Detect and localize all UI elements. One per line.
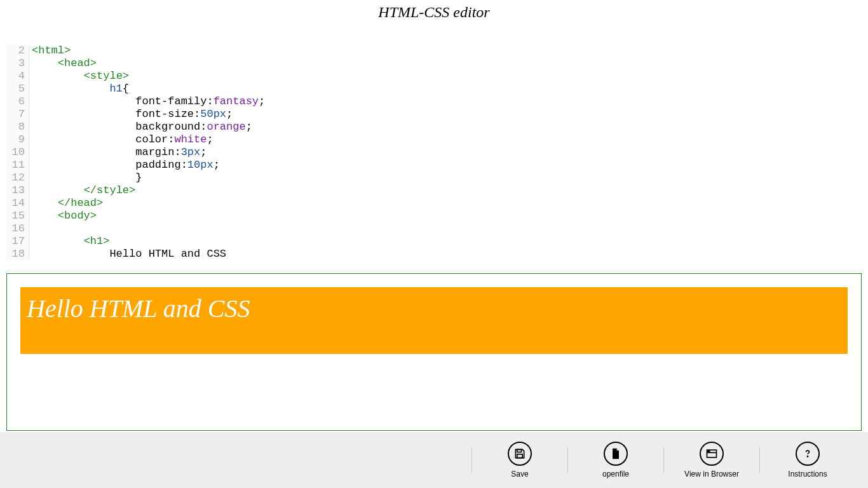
preview-heading: Hello HTML and CSS — [20, 287, 848, 354]
save-button[interactable]: Save — [472, 438, 567, 482]
code-editor[interactable]: 23456789101112131415161718 <html> <head>… — [6, 44, 862, 267]
svg-rect-4 — [708, 451, 710, 452]
svg-rect-0 — [517, 449, 522, 452]
file-icon — [604, 442, 628, 466]
preview-pane: Hello HTML and CSS — [6, 273, 862, 431]
openfile-label: openfile — [602, 470, 629, 478]
app-bar: Save openfile View in Browser Instructio… — [0, 432, 868, 488]
line-number-gutter: 23456789101112131415161718 — [6, 44, 29, 261]
page-title: HTML-CSS editor — [0, 0, 868, 26]
code-content[interactable]: <html> <head> <style> h1{ font-family:fa… — [29, 44, 265, 261]
help-icon — [796, 442, 820, 466]
svg-rect-1 — [517, 454, 522, 458]
view-in-browser-button[interactable]: View in Browser — [664, 438, 759, 482]
instructions-label: Instructions — [788, 470, 827, 478]
save-label: Save — [511, 470, 528, 478]
openfile-button[interactable]: openfile — [568, 438, 663, 482]
instructions-button[interactable]: Instructions — [760, 438, 855, 482]
browser-icon — [700, 442, 724, 466]
svg-point-5 — [807, 456, 808, 457]
view-in-browser-label: View in Browser — [684, 470, 739, 478]
save-icon — [508, 442, 532, 466]
